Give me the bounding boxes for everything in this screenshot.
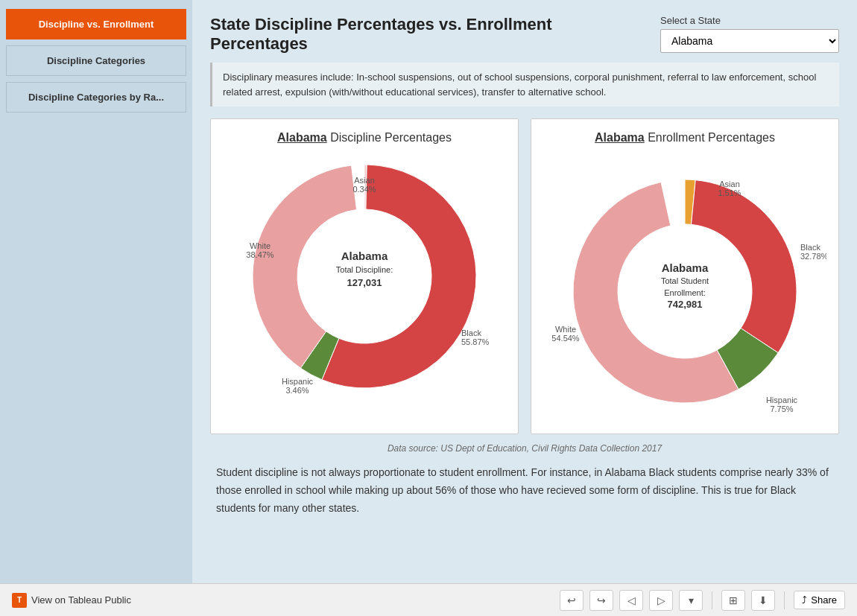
svg-text:Enrollment:: Enrollment: (664, 288, 706, 297)
main-content: State Discipline Percentages vs. Enrollm… (192, 0, 857, 583)
enrollment-chart-card: Alabama Enrollment Percentages AlabamaTo… (531, 118, 839, 434)
tableau-logo[interactable]: T View on Tableau Public (12, 593, 131, 608)
disc-asian-label: Asian (354, 176, 375, 185)
share-button[interactable]: ⤴ Share (794, 591, 845, 609)
charts-row: Alabama Discipline Percentages Alabama (210, 118, 839, 434)
enrollment-chart-title: Alabama Enrollment Percentages (543, 131, 826, 145)
disc-asian-pct: 0.34% (352, 185, 376, 194)
summary-text: Student discipline is not always proport… (210, 464, 839, 517)
toolbar-separator-2 (784, 591, 785, 609)
enr-hispanic-pct: 7.75% (770, 404, 793, 413)
tableau-icon: T (12, 593, 27, 608)
share-label: Share (811, 594, 837, 606)
disc-white-pct: 38.47% (246, 250, 274, 259)
enr-hispanic-label: Hispanic (766, 396, 798, 404)
view-button[interactable]: ⊞ (721, 590, 745, 611)
description-text: Disciplinary measures include: In-school… (210, 63, 839, 107)
disc-black-label: Black (461, 328, 481, 337)
enr-white-label: White (555, 325, 576, 334)
back-button[interactable]: ◁ (619, 590, 643, 611)
svg-point-0 (299, 211, 430, 342)
state-selector-label: Select a State (660, 15, 839, 26)
enrollment-chart-full: AlabamaTotal StudentEnrollment:742,981 A… (543, 146, 826, 422)
toolbar-separator-1 (712, 591, 712, 609)
svg-text:Total Discipline:: Total Discipline: (336, 265, 393, 274)
download-button[interactable]: ⬇ (751, 590, 775, 611)
enr-black-label: Black (800, 243, 820, 252)
disc-hispanic-label: Hispanic (282, 377, 314, 386)
discipline-chart-full: AlabamaTotal Discipline:127,031 Asian 0.… (223, 139, 506, 407)
redo-button[interactable]: ↪ (589, 590, 613, 611)
data-source: Data source: US Dept of Education, Civil… (210, 443, 839, 454)
enr-asian-label: Asian (719, 180, 740, 188)
share-icon: ⤴ (802, 594, 807, 606)
enrollment-chart-state: Alabama (595, 131, 645, 144)
disc-white-label: White (250, 241, 271, 250)
enr-black-pct: 32.78% (800, 252, 826, 261)
discipline-chart-card: Alabama Discipline Percentages Alabama (210, 118, 519, 434)
enr-white-pct: 54.54% (551, 334, 580, 343)
undo-button[interactable]: ↩ (560, 590, 584, 611)
disc-hispanic-pct: 3.46% (285, 386, 309, 395)
enr-asian-pct: 1.51% (718, 188, 741, 197)
state-selector-container: Select a State Alabama Alaska Arizona Ar… (660, 15, 839, 53)
state-selector[interactable]: Alabama Alaska Arizona Arkansas Californ… (660, 29, 839, 53)
svg-text:742,981: 742,981 (668, 299, 703, 310)
sidebar-item-discipline-categories[interactable]: Discipline Categories (6, 45, 186, 76)
sidebar: Discipline vs. Enrollment Discipline Cat… (0, 0, 192, 583)
dropdown-button[interactable]: ▾ (679, 590, 703, 611)
svg-text:Alabama: Alabama (341, 250, 388, 262)
svg-text:Total Student: Total Student (661, 276, 709, 285)
svg-text:127,031: 127,031 (347, 277, 382, 288)
discipline-main-group: AlabamaTotal Discipline:127,031 (253, 165, 476, 388)
toolbar: T View on Tableau Public ↩ ↪ ◁ ▷ ▾ ⊞ ⬇ ⤴… (0, 583, 857, 616)
content-header: State Discipline Percentages vs. Enrollm… (210, 15, 839, 54)
forward-button[interactable]: ▷ (649, 590, 673, 611)
sidebar-item-discipline-categories-race[interactable]: Discipline Categories by Ra... (6, 82, 186, 112)
disc-black-pct: 55.87% (461, 337, 490, 346)
enrollment-main-group: AlabamaTotal StudentEnrollment:742,981 (573, 180, 797, 403)
view-on-tableau-label: View on Tableau Public (31, 594, 131, 606)
page-title: State Discipline Percentages vs. Enrollm… (210, 15, 645, 54)
sidebar-item-discipline-enrollment[interactable]: Discipline vs. Enrollment (6, 9, 186, 39)
svg-text:Alabama: Alabama (662, 261, 709, 274)
